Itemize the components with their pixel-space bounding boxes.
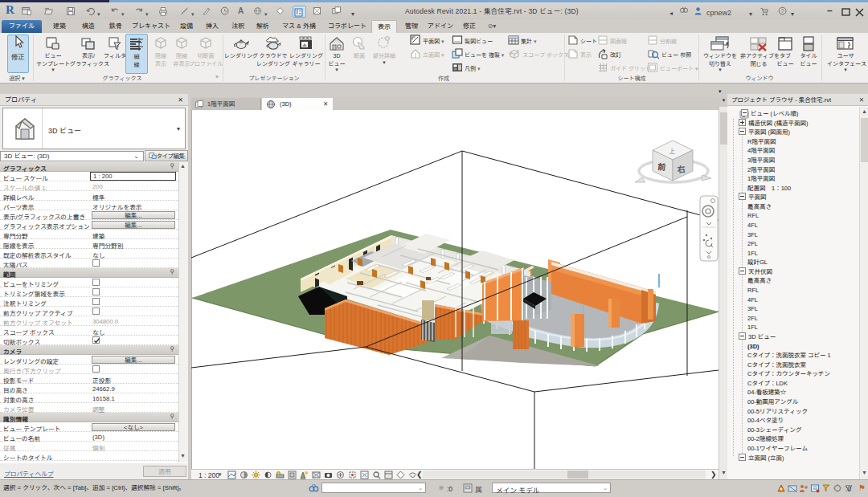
svg-text:?: ? [781, 8, 784, 14]
svg-text:前: 前 [657, 162, 666, 172]
svg-text:上: 上 [669, 148, 675, 155]
svg-text:右: 右 [677, 165, 686, 174]
